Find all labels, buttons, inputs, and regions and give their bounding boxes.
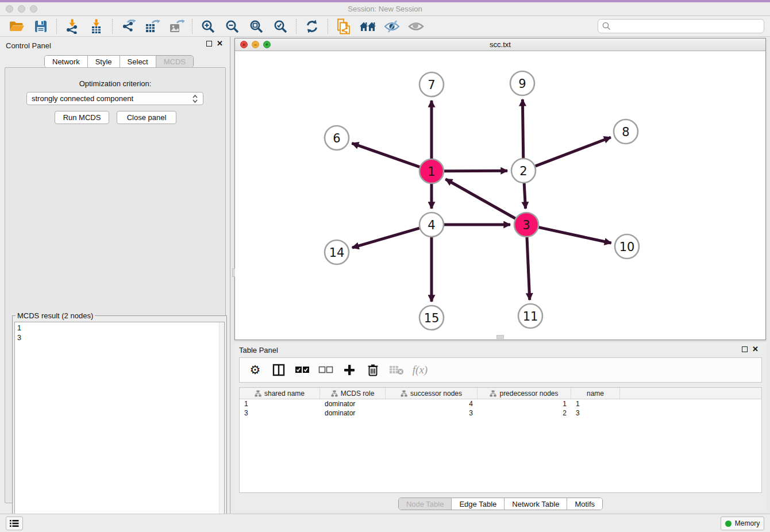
tab-motifs[interactable]: Motifs (567, 498, 602, 510)
horizontal-splitter-handle[interactable] (496, 335, 504, 339)
tab-style[interactable]: Style (88, 56, 120, 67)
graph-node-label-1: 1 (428, 165, 435, 179)
eye-icon (408, 20, 424, 33)
cell-name[interactable]: 3 (571, 408, 620, 418)
column-header-mcds-role[interactable]: MCDS role (320, 388, 386, 399)
network-window-titlebar[interactable]: × − + scc.txt (235, 38, 765, 51)
table-bottom-strip (239, 486, 762, 493)
graph-edge-1-2[interactable] (444, 171, 507, 171)
zoom-out-icon (225, 19, 240, 34)
delete-column-button[interactable] (363, 360, 383, 380)
zoom-out-button[interactable] (220, 17, 244, 36)
first-neighbors-button[interactable] (356, 17, 380, 36)
zoom-selected-button[interactable] (268, 17, 292, 36)
export-table-icon (144, 19, 160, 34)
zoom-in-icon (201, 19, 215, 34)
tab-edge-table[interactable]: Edge Table (452, 498, 505, 510)
open-session-button[interactable] (5, 17, 29, 36)
import-network-button[interactable] (60, 17, 84, 36)
close-table-panel-icon[interactable]: ✕ (752, 346, 759, 352)
show-columns-button[interactable] (269, 360, 288, 380)
float-panel-icon[interactable] (206, 41, 212, 47)
cell-mcds-role[interactable]: dominator (320, 408, 386, 418)
graph-edge-2-3[interactable] (524, 183, 525, 209)
node-table: shared name MCDS role successor nodes pr… (239, 387, 762, 486)
tab-network-table[interactable]: Network Table (505, 498, 567, 510)
cell-mcds-role[interactable]: dominator (320, 399, 386, 408)
cell-successor-nodes[interactable]: 4 (386, 399, 478, 408)
search-field[interactable] (598, 19, 764, 33)
cell-predecessor-nodes[interactable]: 1 (478, 399, 571, 408)
run-mcds-button[interactable]: Run MCDS (55, 111, 109, 124)
save-session-button[interactable] (29, 17, 53, 36)
close-panel-icon[interactable]: ✕ (217, 41, 223, 47)
search-icon (602, 21, 611, 31)
tab-select[interactable]: Select (120, 56, 156, 67)
apply-function-button[interactable]: f(x) (410, 360, 430, 380)
add-column-button[interactable] (340, 360, 359, 380)
toolbar-separator (56, 19, 57, 34)
export-table-button[interactable] (140, 17, 164, 36)
toolbar-separator (328, 19, 328, 34)
table-options-button[interactable]: ⚙ (245, 360, 265, 380)
network-graph[interactable]: 7968124314101511 (235, 51, 765, 340)
graph-edge-2-9[interactable] (522, 99, 523, 158)
table-delete-icon (389, 365, 404, 375)
hide-selected-button[interactable] (380, 17, 404, 36)
fit-content-icon (249, 19, 264, 34)
cell-shared-name[interactable]: 1 (240, 399, 320, 408)
cell-successor-nodes[interactable]: 3 (386, 408, 478, 418)
graph-edge-1-6[interactable] (352, 143, 419, 167)
export-network-icon (121, 19, 136, 34)
result-scrollbar[interactable] (219, 322, 224, 529)
graph-edge-2-8[interactable] (536, 137, 611, 166)
eye-slash-icon (384, 20, 400, 33)
graph-edge-3-10[interactable] (538, 228, 611, 243)
column-header-predecessor-nodes[interactable]: predecessor nodes (478, 388, 571, 399)
cell-name[interactable]: 1 (571, 399, 620, 408)
cell-predecessor-nodes[interactable]: 2 (478, 408, 571, 418)
graph-node-label-8: 8 (622, 125, 629, 139)
mcds-result-text[interactable]: 1 3 (14, 322, 225, 529)
graph-edge-3-1[interactable] (445, 179, 515, 218)
zoom-in-button[interactable] (196, 17, 220, 36)
criterion-dropdown[interactable]: strongly connected component (26, 92, 203, 105)
import-table-icon (89, 19, 104, 34)
float-table-panel-icon[interactable] (742, 346, 748, 352)
column-header-successor-nodes[interactable]: successor nodes (386, 388, 478, 399)
export-network-button[interactable] (116, 17, 140, 36)
close-panel-button[interactable]: Close panel (117, 111, 176, 124)
tab-node-table[interactable]: Node Table (399, 498, 452, 510)
column-header-name[interactable]: name (571, 388, 620, 399)
memory-button[interactable]: Memory (721, 516, 764, 530)
table-row[interactable]: 1 dominator 4 1 1 (240, 399, 761, 408)
org-chart-icon (331, 390, 338, 397)
table-row[interactable]: 3 dominator 3 2 3 (240, 408, 761, 418)
task-history-button[interactable] (6, 516, 23, 530)
org-chart-icon (490, 390, 496, 397)
main-toolbar (0, 16, 770, 37)
show-all-button[interactable] (404, 17, 428, 36)
control-panel-header: Control Panel ✕ (0, 37, 230, 53)
network-window: × − + scc.txt 7968124314101511 (234, 38, 766, 340)
import-table-button[interactable] (84, 17, 109, 36)
graph-node-label-7: 7 (428, 78, 435, 92)
tab-network[interactable]: Network (45, 56, 88, 67)
tab-mcds[interactable]: MCDS (156, 56, 193, 67)
fit-content-button[interactable] (244, 17, 268, 36)
select-all-button[interactable] (292, 360, 312, 380)
plus-icon (344, 364, 355, 376)
search-input[interactable] (611, 20, 764, 33)
export-image-button[interactable] (164, 17, 188, 36)
apply-layout-button[interactable] (300, 17, 324, 36)
graph-edge-3-11[interactable] (527, 237, 530, 300)
main-area: Control Panel ✕ Network Style Select MCD… (0, 37, 770, 514)
network-window-title: scc.txt (235, 40, 765, 49)
delete-table-button[interactable] (387, 360, 406, 380)
window-top-stripe (0, 0, 770, 2)
new-network-from-selection-button[interactable] (332, 17, 356, 36)
deselect-all-button[interactable] (316, 360, 336, 380)
column-header-shared-name[interactable]: shared name (240, 388, 320, 399)
graph-edge-4-14[interactable] (352, 228, 419, 248)
cell-shared-name[interactable]: 3 (240, 408, 320, 418)
